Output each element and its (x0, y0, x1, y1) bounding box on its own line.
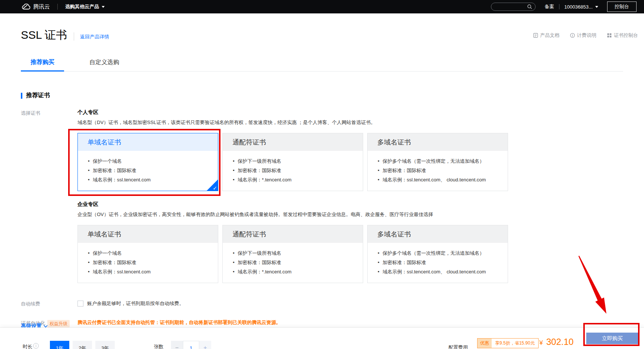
duration-3year-button[interactable]: 3年 (95, 341, 115, 349)
product-docs-link[interactable]: 产品文档 (533, 32, 559, 39)
doc-icon (533, 33, 538, 38)
currency-symbol: ¥ (539, 339, 543, 347)
page-head: SSL 证书 返回产品详情 产品文档 计费说明 (21, 28, 644, 43)
cert-card-bullets: 保护下一级所有域名 加密标准：国际标准 域名示例：*.tencent.com (223, 248, 363, 276)
cert-automation-desc: 腾讯云付费证书已全面支持自动托管：证书到期前，自动将新证书部署到已关联的腾讯云资… (77, 319, 644, 326)
auto-renew-checkbox[interactable] (77, 301, 83, 307)
cert-card-title: 多域名证书 (368, 225, 508, 243)
page: 腾讯云 选购其他云产品 备案 100036853... 控制台 (0, 0, 644, 349)
cert-card-multi-domain[interactable]: 多域名证书 保护多个域名（需一次性绑定，无法追加域名） 加密标准：国际标准 域名… (367, 133, 508, 191)
console-button[interactable]: 控制台 (607, 1, 637, 12)
beian-link[interactable]: 备案 (545, 3, 554, 10)
chevron-down-icon (102, 6, 105, 8)
cert-card-wildcard-ov[interactable]: 通配符证书 保护下一级所有域名 加密标准：国际标准 域名示例：*.tencent… (222, 225, 363, 283)
info-icon (570, 33, 575, 38)
personal-cards: 单域名证书 保护一个域名 加密标准：国际标准 域名示例：ssl.tencent.… (77, 133, 644, 191)
cert-card-bullets: 保护一个域名 加密标准：国际标准 域名示例：ssl.tencent.com (78, 156, 218, 184)
cert-card-multi-domain-ov[interactable]: 多域名证书 保护多个域名（需一次性绑定，无法追加域名） 加密标准：国际标准 域名… (367, 225, 508, 283)
cert-card-single-domain-ov[interactable]: 单域名证书 保护一个域名 加密标准：国际标准 域名示例：ssl.tencent.… (77, 225, 218, 283)
discount-badge: 优惠 享9.5折，省15.90元 (477, 338, 539, 348)
quantity-label: 张数 (154, 343, 164, 349)
select-cert-row: 选择证书 个人专区 域名型（DV）证书，域名型加密SSL证书，该类证书只需要验证… (21, 109, 644, 293)
auto-renew-label: 自动续费 (21, 300, 77, 307)
discount-tag: 优惠 (478, 339, 492, 348)
head-links: 产品文档 计费说明 证书控制台 (533, 32, 638, 39)
discount-text: 享9.5折，省15.90元 (492, 340, 538, 346)
enterprise-zone-title: 企业专区 (77, 201, 644, 208)
personal-zone-title: 个人专区 (77, 109, 644, 116)
cert-card-bullets: 保护多个域名（需一次性绑定，无法追加域名） 加密标准：国际标准 域名示例：ssl… (368, 156, 508, 184)
cert-card-bullets: 保护一个域名 加密标准：国际标准 域名示例：ssl.tencent.com (78, 248, 218, 276)
upgrade-badge: 权益升级 (47, 320, 70, 328)
billing-info-label: 计费说明 (577, 32, 596, 39)
back-to-product-link[interactable]: 返回产品详情 (80, 34, 109, 40)
billing-info-link[interactable]: 计费说明 (570, 32, 596, 39)
cert-console-link[interactable]: 证书控制台 (607, 32, 638, 39)
cloud-logo-icon (22, 3, 31, 10)
auto-renew-desc: 账户余额足够时，证书到期后按年自动续费。 (87, 300, 184, 307)
cert-card-bullets: 保护多个域名（需一次性绑定，无法追加域名） 加密标准：国际标准 域名示例：ssl… (368, 248, 508, 276)
select-cert-label: 选择证书 (21, 109, 77, 293)
grid-icon (607, 33, 612, 38)
account-id: 100036853... (564, 4, 593, 10)
cert-form: 选择证书 个人专区 域名型（DV）证书，域名型加密SSL证书，该类证书只需要验证… (21, 109, 644, 336)
chevron-down-icon (44, 325, 48, 328)
duration-1year-button[interactable]: 1年 (50, 341, 69, 349)
cert-card-title: 通配符证书 (223, 225, 363, 243)
personal-zone-desc: 域名型（DV）证书，域名型加密SSL证书，该类证书只需要验证域名的所有权，签发速… (77, 119, 644, 126)
brand-text: 腾讯云 (33, 3, 50, 10)
cert-card-title: 通配符证书 (223, 133, 363, 151)
chevron-down-icon (595, 6, 598, 8)
price-value: 302.10 (546, 337, 573, 347)
cert-card-wildcard[interactable]: 通配符证书 保护下一级所有域名 加密标准：国际标准 域名示例：*.tencent… (222, 133, 363, 191)
total-price: ¥ 302.10 (539, 337, 574, 347)
purchase-tabs: 推荐购买 自定义选购 (21, 55, 623, 72)
enterprise-zone-desc: 企业型（OV）证书，企业级加密证书，高安全性，能够有效的防止网站被钓鱼或者流量被… (77, 211, 644, 218)
quantity-input[interactable]: 1 (183, 341, 199, 349)
account-menu[interactable]: 100036853... (564, 4, 598, 10)
search-input[interactable] (491, 3, 536, 11)
section-title-text: 推荐证书 (26, 92, 50, 99)
duration-options: 1年 2年 3年 (50, 341, 115, 349)
buy-bar: 时长 i 1年 2年 3年 张数 − 1 + 配置费用 优惠 享9.5折，省15… (0, 328, 644, 349)
selected-check-icon (206, 179, 218, 191)
auto-renew-row: 自动续费 账户余额足够时，证书到期后按年自动续费。 (21, 300, 644, 307)
section-accent-bar (21, 93, 22, 99)
cert-card-title: 单域名证书 (78, 133, 218, 151)
section-title: 推荐证书 (21, 92, 644, 99)
topbar-divider (559, 4, 559, 9)
nav-other-cloud-products-label: 选购其他云产品 (65, 3, 99, 10)
annotated-card-wrap: 单域名证书 保护一个域名 加密标准：国际标准 域名示例：ssl.tencent.… (77, 133, 218, 191)
info-icon[interactable]: i (33, 343, 39, 349)
cert-card-bullets: 保护下一级所有域名 加密标准：国际标准 域名示例：*.tencent.com (223, 156, 363, 184)
topbar-divider (57, 4, 58, 10)
title-divider (74, 32, 74, 41)
tencent-cloud-logo[interactable]: 腾讯云 (22, 3, 50, 10)
search-icon (527, 4, 532, 9)
cert-card-title: 单域名证书 (78, 225, 218, 243)
cost-label: 配置费用 (448, 344, 468, 349)
buy-now-button[interactable]: 立即购买 (586, 333, 638, 344)
quantity-plus-button[interactable]: + (199, 341, 211, 349)
cert-console-label: 证书控制台 (614, 32, 638, 39)
duration-label: 时长 (23, 343, 32, 349)
cert-card-single-domain[interactable]: 单域名证书 保护一个域名 加密标准：国际标准 域名示例：ssl.tencent.… (77, 133, 218, 191)
product-docs-label: 产品文档 (540, 32, 559, 39)
page-title: SSL 证书 (21, 28, 67, 43)
cert-card-title: 多域名证书 (368, 133, 508, 151)
nav-other-cloud-products[interactable]: 选购其他云产品 (65, 3, 105, 10)
tab-custom[interactable]: 自定义选购 (80, 55, 129, 72)
enterprise-cards: 单域名证书 保护一个域名 加密标准：国际标准 域名示例：ssl.tencent.… (77, 225, 644, 283)
duration-2year-button[interactable]: 2年 (73, 341, 92, 349)
quantity-minus-button[interactable]: − (171, 341, 183, 349)
tab-recommended[interactable]: 推荐购买 (21, 55, 64, 72)
topbar: 腾讯云 选购其他云产品 备案 100036853... 控制台 (0, 0, 644, 13)
